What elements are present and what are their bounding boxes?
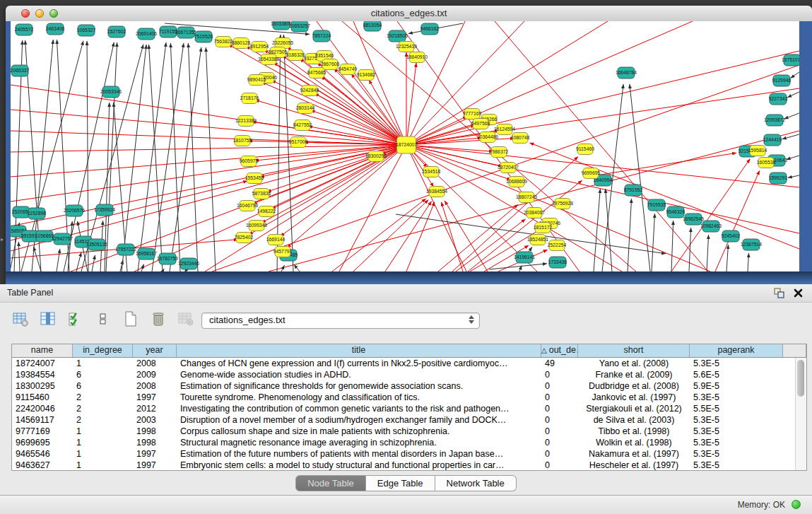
graph-node[interactable]: 20053346 <box>100 86 122 98</box>
cell-title[interactable]: Disruption of a novel member of a sodium… <box>177 414 541 426</box>
graph-node[interactable]: 8791952 <box>624 185 643 196</box>
cell-pagerank[interactable]: 5.5E-5 <box>690 403 783 414</box>
cell-name[interactable]: 18300295 <box>12 380 73 392</box>
graph-node[interactable]: 20691406 <box>136 28 157 40</box>
cell-pagerank[interactable]: 5.3E-5 <box>690 358 783 369</box>
graph-node[interactable]: 5873835 <box>252 189 271 199</box>
graph-node[interactable]: 2065337 <box>11 65 29 76</box>
cell-name[interactable]: 9699695 <box>12 437 73 448</box>
cell-pagerank[interactable]: 5.3E-5 <box>690 392 783 403</box>
cell-short[interactable]: Franke et al. (2009) <box>578 369 690 380</box>
graph-node[interactable]: 16124594 <box>494 124 515 135</box>
graph-node[interactable]: 7919535 <box>647 199 666 211</box>
cell-indegree[interactable]: 2 <box>73 392 133 403</box>
graph-node[interactable]: 1534518 <box>422 167 441 177</box>
graph-node[interactable]: 1553455 <box>245 173 264 184</box>
cell-title[interactable]: Changes of HCN gene expression and I(f) … <box>177 358 541 369</box>
cell-title[interactable]: Estimation of significance thresholds fo… <box>177 380 541 392</box>
graph-node[interactable]: 12942757 <box>52 233 73 245</box>
graph-node[interactable]: 2463406 <box>46 23 65 35</box>
graph-node[interactable]: 16543382 <box>258 54 279 65</box>
cell-short[interactable]: Yano et al. (2008) <box>578 358 690 369</box>
graph-node[interactable]: 13505135 <box>86 239 107 250</box>
cell-indegree[interactable]: 1 <box>73 426 133 437</box>
graph-node[interactable]: 8475685 <box>307 68 326 78</box>
graph-node[interactable]: 8813054 <box>363 21 382 31</box>
cell-year[interactable]: 1998 <box>133 437 177 448</box>
cell-short[interactable]: Nakamura et al. (1997) <box>578 448 690 460</box>
cell-title[interactable]: Structural magnetic resonance image aver… <box>177 437 541 448</box>
cell-indegree[interactable]: 1 <box>73 358 133 369</box>
tab-network-table[interactable]: Network Table <box>435 475 517 491</box>
table-vertical-scrollbar[interactable] <box>795 358 806 470</box>
graph-node[interactable]: 9129946 <box>772 75 792 86</box>
cell-title[interactable]: Embryonic stem cells: a model to study s… <box>177 460 541 471</box>
graph-node[interactable]: 1733436 <box>548 257 567 268</box>
cell-outde[interactable]: 0 <box>541 426 578 437</box>
graph-node[interactable]: 10982463 <box>700 221 722 232</box>
graph-node[interactable]: 16099348 <box>246 221 267 231</box>
graph-node[interactable]: 1599291 <box>769 173 788 184</box>
cell-name[interactable]: 19384554 <box>12 369 73 380</box>
graph-node[interactable]: 1669144 <box>266 235 286 245</box>
cell-title[interactable]: Genome-wide association studies in ADHD. <box>177 369 541 380</box>
graph-node[interactable]: 17359924 <box>94 204 115 216</box>
cell-title[interactable]: Estimation of the future numbers of pati… <box>177 448 541 460</box>
cell-indegree[interactable]: 1 <box>73 437 133 448</box>
cell-year[interactable]: 2008 <box>133 380 177 392</box>
float-panel-icon[interactable] <box>773 287 784 301</box>
table-settings-icon[interactable] <box>10 308 31 329</box>
memory-status-icon[interactable] <box>792 500 801 509</box>
graph-node[interactable]: 1065327 <box>77 25 96 36</box>
table-row[interactable]: 969969511998Structural magnetic resonanc… <box>12 437 806 448</box>
graph-node[interactable]: 9777169 <box>463 109 482 119</box>
table-row[interactable]: 911546021997Tourette syndrome. Phenomeno… <box>12 392 806 403</box>
hidden-panel-arrow[interactable]: ▸ <box>1 236 4 243</box>
graph-node[interactable]: 9457791 <box>273 247 293 257</box>
new-table-icon[interactable] <box>120 308 141 329</box>
cell-short[interactable]: de Silva et al. (2003) <box>578 414 690 426</box>
cell-indegree[interactable]: 1 <box>73 460 133 471</box>
graph-node[interactable]: 8860128 <box>232 38 251 49</box>
graph-node[interactable]: 9227343 <box>769 93 788 105</box>
table-row[interactable]: 1456911722003Disruption of a novel membe… <box>12 414 806 426</box>
graph-node[interactable]: 18300295 <box>365 151 387 162</box>
cell-year[interactable]: 1997 <box>133 448 177 460</box>
cell-year[interactable]: 1998 <box>133 426 177 437</box>
cell-indegree[interactable]: 2 <box>73 403 133 414</box>
cell-outde[interactable]: 49 <box>541 358 578 369</box>
graph-node[interactable]: 20384067 <box>524 208 545 218</box>
graph-node[interactable]: 1605538 <box>757 158 776 168</box>
graph-node[interactable]: 9605975 <box>240 156 259 167</box>
graph-node[interactable]: 7563822 <box>214 37 233 47</box>
rows-icon[interactable] <box>93 308 114 329</box>
minimize-window-button[interactable] <box>35 9 44 18</box>
graph-node[interactable]: 16046798 <box>237 201 258 211</box>
graph-node[interactable]: 16958167 <box>136 248 157 259</box>
table-selector-combobox[interactable]: citations_edges.txt <box>201 313 480 329</box>
table-row[interactable]: 1830029562008Estimation of significance … <box>12 380 806 392</box>
graph-node[interactable]: 16782759 <box>157 253 178 264</box>
cell-name[interactable]: 9115460 <box>12 392 73 403</box>
graph-node[interactable]: 19218506 <box>387 30 408 42</box>
graph-node[interactable]: 2803144 <box>296 103 315 114</box>
graph-node[interactable]: 9245402 <box>722 230 741 242</box>
cell-outde[interactable]: 0 <box>541 380 578 392</box>
graph-node[interactable]: 19384554 <box>426 187 447 197</box>
graph-node[interactable]: 9134682 <box>357 70 376 81</box>
close-window-button[interactable] <box>21 9 30 18</box>
graph-node[interactable]: 12367514 <box>741 239 762 250</box>
cell-name[interactable]: 22420046 <box>12 403 73 414</box>
cell-name[interactable]: 9463627 <box>12 460 73 471</box>
graph-node[interactable]: 2405572 <box>15 24 34 35</box>
column-header-year[interactable]: year <box>133 344 177 357</box>
cell-pagerank[interactable]: 5.3E-5 <box>690 437 783 448</box>
cell-name[interactable]: 18724007 <box>12 358 73 369</box>
graph-node[interactable]: 8912954 <box>250 42 269 52</box>
graph-node[interactable]: 1815172 <box>534 223 553 233</box>
graph-node[interactable]: 1152898 <box>28 208 46 219</box>
cell-year[interactable]: 1997 <box>133 392 177 403</box>
graph-node[interactable]: 1244419 <box>763 134 782 146</box>
column-header-short[interactable]: short <box>578 344 690 357</box>
cell-year[interactable]: 1997 <box>133 460 177 471</box>
